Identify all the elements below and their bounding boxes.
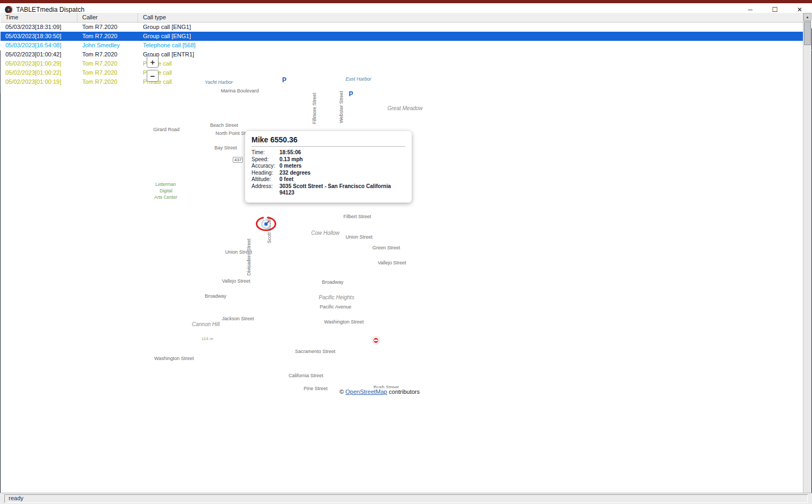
call-type: Private call <box>138 59 811 68</box>
map-label-fillmore-street: Fillmore Street <box>312 92 317 124</box>
map-label-filbert-street: Filbert Street <box>343 214 371 219</box>
call-caller: John Smedley <box>77 41 138 50</box>
calls-table-body: 05/03/2023[18:31:09]Tom R7.2020Group cal… <box>1 23 811 87</box>
call-type: Telephone call [568] <box>138 41 811 50</box>
call-row[interactable]: 05/03/2023[18:30:50]Tom R7.2020Group cal… <box>1 32 811 41</box>
map-label-east-harbor: East Harbor <box>346 76 371 82</box>
call-caller: Tom R7.2020 <box>77 50 138 59</box>
popup-row-label: Time: <box>251 149 279 156</box>
popup-row: Accuracy:0 meters <box>251 163 405 170</box>
popup-details: Time:18:55:06Speed:0.13 mphAccuracy:0 me… <box>251 149 405 197</box>
call-time: 05/03/2023[16:54:08] <box>1 41 77 50</box>
map-label-114-m: 114 m <box>202 336 213 341</box>
call-type: Group call [ENG1] <box>138 23 811 32</box>
map-label-girard-road: Girard Road <box>153 127 179 132</box>
call-type: Private call <box>138 77 811 87</box>
call-row[interactable]: 05/03/2023[18:31:09]Tom R7.2020Group cal… <box>1 23 811 32</box>
map-popup: Mike 6550.36 Time:18:55:06Speed:0.13 mph… <box>245 131 412 203</box>
map-label-pine-street: Pine Street <box>304 386 328 391</box>
map-label-sacramento-street: Sacramento Street <box>295 349 335 354</box>
scrollbar-thumb[interactable] <box>804 21 811 45</box>
popup-row: Heading:232 degrees <box>251 170 405 177</box>
map-label-vallejo-street: Vallejo Street <box>222 278 250 284</box>
popup-divider <box>251 146 405 147</box>
column-header-time[interactable]: Time <box>1 13 77 22</box>
map-label-digital: Digital <box>160 188 173 193</box>
column-header-call-type[interactable]: Call type <box>138 13 811 22</box>
status-text: ready <box>4 494 808 503</box>
map-label-cow-hollow: Cow Hollow <box>311 230 340 236</box>
popup-row-label: Altitude: <box>251 176 279 183</box>
popup-row-value: 18:55:06 <box>279 149 301 156</box>
statusbar: ready <box>0 493 812 504</box>
attribution-suffix: contributors <box>387 388 420 395</box>
call-row[interactable]: 05/03/2023[16:54:08]John SmedleyTelephon… <box>1 41 811 50</box>
call-row[interactable]: 05/02/2023[01:00:22]Tom R7.2020Private c… <box>1 68 811 77</box>
popup-row-label: Speed: <box>251 156 279 163</box>
call-caller: Tom R7.2020 <box>77 32 138 41</box>
map-label-letterman: Letterman <box>155 182 176 187</box>
map-label-webster-street: Webster Street <box>339 91 344 123</box>
map-label-broadway: Broadway <box>205 293 226 299</box>
map-label-union-street: Union Street <box>346 234 372 240</box>
call-time: 05/02/2023[01:00:42] <box>1 50 77 59</box>
popup-row-value: 0 feet <box>279 176 293 183</box>
map-label-yacht-harbor: Yacht Harbor <box>205 80 233 85</box>
map-label-cannon-hill: Cannon Hill <box>192 321 220 327</box>
window-title: TABLETmedia Dispatch <box>16 6 84 13</box>
map-label-california-street: California Street <box>289 373 324 378</box>
column-header-caller[interactable]: Caller <box>77 13 138 22</box>
popup-title: Mike 6550.36 <box>251 135 405 144</box>
popup-row-value: 3035 Scott Street - San Francisco Califo… <box>279 183 405 197</box>
map-label-jackson-street: Jackson Street <box>222 316 254 321</box>
map-label-arts-center: Arts Center <box>154 195 177 200</box>
map-label-broadway: Broadway <box>322 279 343 285</box>
call-type: Private call <box>138 68 811 77</box>
openstreetmap-link[interactable]: OpenStreetMap <box>346 388 387 395</box>
map-zoom-out-button[interactable]: − <box>147 70 159 82</box>
scrollbar-track <box>803 46 811 495</box>
map-attribution: © OpenStreetMap contributors <box>337 388 422 395</box>
map-label-washington-street: Washington Street <box>324 319 364 325</box>
popup-row: Address:3035 Scott Street - San Francisc… <box>251 183 405 197</box>
calls-scrollbar[interactable]: ▲ ▼ <box>803 13 811 503</box>
map-label-great-meadow: Great Meadow <box>387 105 423 111</box>
map-label-p: P <box>282 76 286 84</box>
call-time: 05/02/2023[01:00:19] <box>1 77 77 87</box>
map-zoom-controls: + − <box>147 56 159 82</box>
map-zoom-in-button[interactable]: + <box>147 56 159 68</box>
call-type: Group call [ENTR1] <box>138 50 811 59</box>
map-label-vallejo-street: Vallejo Street <box>378 260 406 265</box>
call-row[interactable]: 05/02/2023[01:00:42]Tom R7.2020Group cal… <box>1 50 811 59</box>
popup-row: Time:18:55:06 <box>251 149 405 156</box>
popup-row-label: Accuracy: <box>251 163 279 170</box>
map-label-divisadero-street: Divisadero Street <box>246 239 251 276</box>
call-row[interactable]: 05/02/2023[01:00:19]Tom R7.2020Private c… <box>1 77 811 87</box>
call-caller: Tom R7.2020 <box>77 77 138 87</box>
call-time: 05/03/2023[18:30:50] <box>1 32 77 41</box>
popup-row: Altitude:0 feet <box>251 176 405 183</box>
call-caller: Tom R7.2020 <box>77 68 138 77</box>
map-label-washington-street: Washington Street <box>154 356 194 361</box>
attribution-prefix: © <box>340 388 346 395</box>
call-row[interactable]: 05/02/2023[01:00:29]Tom R7.2020Private c… <box>1 59 811 68</box>
call-caller: Tom R7.2020 <box>77 23 138 32</box>
call-time: 05/02/2023[01:00:22] <box>1 68 77 77</box>
map-label-green-street: Green Street <box>372 245 400 250</box>
map-label-bay-street: Bay Street <box>214 145 237 150</box>
call-time: 05/03/2023[18:31:09] <box>1 23 77 32</box>
map-label-pacific-heights: Pacific Heights <box>319 294 354 300</box>
poi-marker <box>372 337 379 344</box>
map-label-437: 437 <box>233 157 243 163</box>
scroll-up-icon[interactable]: ▲ <box>803 13 811 21</box>
call-caller: Tom R7.2020 <box>77 59 138 68</box>
call-time: 05/02/2023[01:00:29] <box>1 59 77 68</box>
popup-row-value: 232 degrees <box>279 170 311 177</box>
calls-table: TimeCallerCall type 05/03/2023[18:31:09]… <box>1 13 811 503</box>
popup-row-label: Address: <box>251 183 279 197</box>
call-type: Group call [ENG1] <box>138 32 811 41</box>
popup-row-value: 0.13 mph <box>279 156 303 163</box>
popup-row-value: 0 meters <box>279 163 301 170</box>
calls-table-header: TimeCallerCall type <box>1 13 811 23</box>
map-label-p: P <box>349 90 353 98</box>
